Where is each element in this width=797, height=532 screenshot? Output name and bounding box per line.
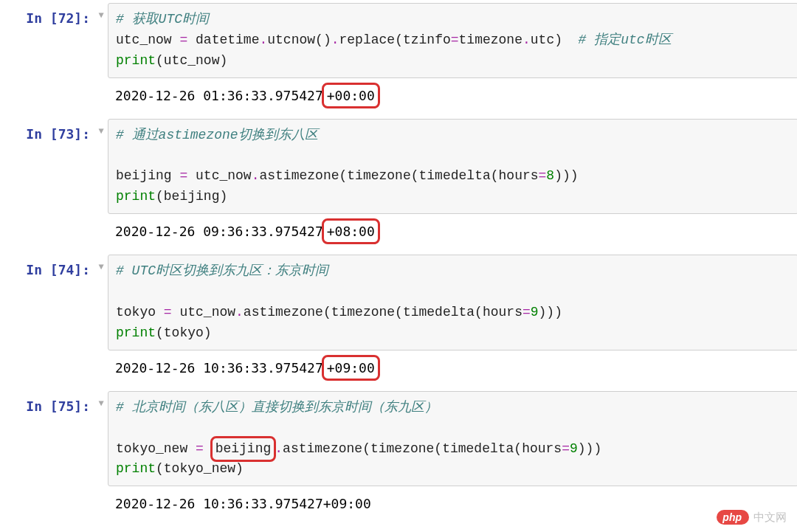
code-editor[interactable]: # 北京时间（东八区）直接切换到东京时间（东九区） tokyo_new = be… xyxy=(108,391,797,487)
output-collapser-spacer xyxy=(94,491,108,517)
code-token: # 北京时间（东八区）直接切换到东京时间（东九区） xyxy=(116,400,438,415)
code-token: print xyxy=(116,325,156,340)
input-prompt: In [72]: xyxy=(0,3,94,78)
highlight-annotation: beijing xyxy=(210,436,277,463)
code-token: (beijing) xyxy=(156,189,227,204)
output-segment: 2020-12-26 10:36:33.975427+09:00 xyxy=(115,496,371,511)
input-area: In [72]:▼# 获取UTC时间 utc_now = datetime.ut… xyxy=(0,3,797,78)
code-token: . xyxy=(259,32,267,47)
watermark-pill: php xyxy=(717,510,749,525)
code-token: = xyxy=(562,441,570,456)
input-area: In [74]:▼# UTC时区切换到东九区：东京时间 tokyo = utc_… xyxy=(0,255,797,350)
code-token: . xyxy=(275,441,283,456)
output-highlighted-segment: +08:00 xyxy=(327,224,375,239)
code-token: (utc_now) xyxy=(156,53,227,68)
output-collapser-spacer xyxy=(94,218,108,244)
code-token: # 获取UTC时间 xyxy=(116,12,209,27)
output-segment: 2020-12-26 10:36:33.975427 xyxy=(115,360,323,376)
code-token: beijing xyxy=(215,441,272,456)
watermark-text: 中文网 xyxy=(753,511,787,525)
code-token: () xyxy=(315,32,331,47)
collapse-toggle-icon[interactable]: ▼ xyxy=(94,391,108,487)
code-token: = xyxy=(164,305,172,319)
code-token: = xyxy=(196,441,204,456)
code-token: = xyxy=(179,32,187,47)
code-token: ))) xyxy=(539,305,562,319)
code-token: 8 xyxy=(546,168,554,183)
output-text: 2020-12-26 09:36:33.975427+08:00 xyxy=(108,218,797,244)
highlight-annotation: +00:00 xyxy=(322,83,380,108)
code-token: = xyxy=(522,305,531,319)
code-token: utc) xyxy=(531,32,579,47)
code-editor[interactable]: # 通过astimezone切换到东八区 beijing = utc_now.a… xyxy=(108,119,797,215)
code-token: datetime xyxy=(187,32,259,47)
code-token: # 指定utc时区 xyxy=(579,32,672,47)
code-token: beijing xyxy=(116,168,179,183)
code-token: (tzinfo xyxy=(395,32,451,47)
code-editor[interactable]: # UTC时区切换到东九区：东京时间 tokyo = utc_now.astim… xyxy=(108,255,797,350)
code-token: 9 xyxy=(570,441,578,456)
code-token: . xyxy=(235,305,244,319)
notebook-container: In [72]:▼# 获取UTC时间 utc_now = datetime.ut… xyxy=(0,3,797,527)
output-area: 2020-12-26 01:36:33.975427+00:00 xyxy=(0,83,797,108)
code-cell: In [73]:▼# 通过astimezone切换到东八区 beijing = … xyxy=(0,119,797,255)
code-token: tokyo_new xyxy=(116,441,196,456)
output-highlighted-segment: +00:00 xyxy=(327,88,375,103)
code-token: = xyxy=(539,168,547,183)
code-token: # UTC时区切换到东九区：东京时间 xyxy=(116,263,328,278)
output-collapser-spacer xyxy=(94,355,108,381)
output-segment: 2020-12-26 01:36:33.975427 xyxy=(115,88,323,103)
code-token: timezone xyxy=(459,32,522,47)
code-token: ))) xyxy=(554,168,578,183)
code-token: replace xyxy=(339,32,396,47)
watermark: php 中文网 xyxy=(717,510,787,525)
output-area: 2020-12-26 10:36:33.975427+09:00 xyxy=(0,355,797,381)
collapse-toggle-icon[interactable]: ▼ xyxy=(94,3,108,78)
code-token: = xyxy=(179,168,187,183)
output-highlighted-segment: +09:00 xyxy=(327,360,375,376)
input-prompt: In [75]: xyxy=(0,391,94,487)
code-token: tokyo xyxy=(116,305,164,319)
output-prompt xyxy=(0,491,94,517)
code-token: ))) xyxy=(578,441,601,456)
code-token: astimezone xyxy=(259,168,339,183)
code-token: . xyxy=(331,32,339,47)
code-token: . xyxy=(522,32,531,47)
code-token: = xyxy=(451,32,459,47)
code-token: (timezone(timedelta(hours xyxy=(323,305,522,319)
output-collapser-spacer xyxy=(94,83,108,108)
highlight-annotation: +09:00 xyxy=(322,355,380,381)
input-area: In [75]:▼# 北京时间（东八区）直接切换到东京时间（东九区） tokyo… xyxy=(0,391,797,487)
code-token: (timezone(timedelta(hours xyxy=(362,441,562,456)
code-token: utc_now xyxy=(172,305,235,319)
code-token: 9 xyxy=(531,305,539,319)
code-editor[interactable]: # 获取UTC时间 utc_now = datetime.utcnow().re… xyxy=(108,3,797,78)
code-token: utc_now xyxy=(116,32,179,47)
code-token: utc_now xyxy=(187,168,251,183)
output-prompt xyxy=(0,355,94,381)
code-cell: In [72]:▼# 获取UTC时间 utc_now = datetime.ut… xyxy=(0,3,797,119)
output-prompt xyxy=(0,218,94,244)
code-token: (tokyo) xyxy=(156,325,212,340)
output-text: 2020-12-26 10:36:33.975427+09:00 xyxy=(108,491,797,517)
code-cell: In [75]:▼# 北京时间（东八区）直接切换到东京时间（东九区） tokyo… xyxy=(0,391,797,528)
code-token: (timezone(timedelta(hours xyxy=(339,168,539,183)
code-token: print xyxy=(116,461,156,476)
collapse-toggle-icon[interactable]: ▼ xyxy=(94,255,108,350)
code-token: utcnow xyxy=(267,32,315,47)
input-prompt: In [74]: xyxy=(0,255,94,350)
input-area: In [73]:▼# 通过astimezone切换到东八区 beijing = … xyxy=(0,119,797,215)
output-segment: 2020-12-26 09:36:33.975427 xyxy=(115,224,323,239)
highlight-annotation: +08:00 xyxy=(322,218,380,244)
code-token: # 通过astimezone切换到东八区 xyxy=(116,128,318,142)
code-token: print xyxy=(116,53,156,68)
code-token: (tokyo_new) xyxy=(156,461,244,476)
code-token: astimezone xyxy=(283,441,362,456)
output-prompt xyxy=(0,83,94,108)
output-text: 2020-12-26 01:36:33.975427+00:00 xyxy=(108,83,797,108)
code-token: print xyxy=(116,189,156,204)
code-cell: In [74]:▼# UTC时区切换到东九区：东京时间 tokyo = utc_… xyxy=(0,255,797,391)
input-prompt: In [73]: xyxy=(0,119,94,215)
code-token: . xyxy=(252,168,260,183)
collapse-toggle-icon[interactable]: ▼ xyxy=(94,119,108,215)
